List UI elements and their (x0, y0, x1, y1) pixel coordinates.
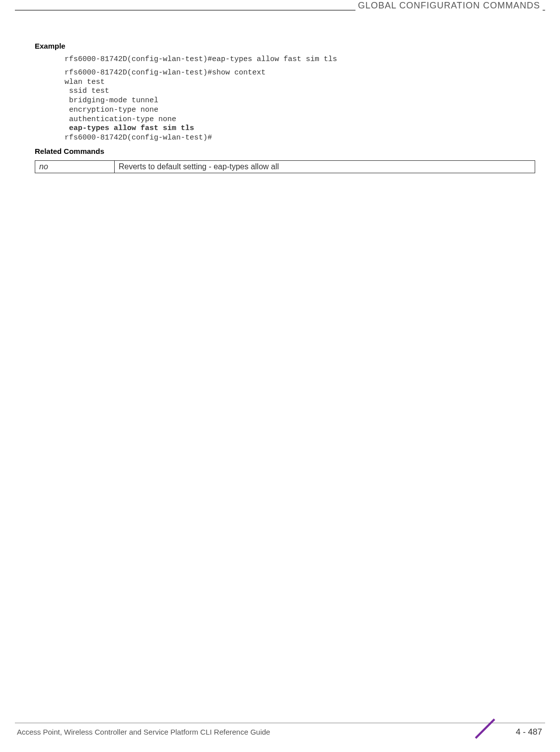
content-area: Example rfs6000-81742D(config-wlan-test)… (35, 40, 535, 173)
related-commands-table: no Reverts to default setting - eap-type… (35, 160, 535, 173)
page-footer: Access Point, Wireless Controller and Se… (15, 723, 545, 738)
example-code-block-2: rfs6000-81742D(config-wlan-test)#show co… (65, 68, 535, 143)
code-line: rfs6000-81742D(config-wlan-test)#eap-typ… (65, 55, 337, 64)
footer-rule (15, 723, 545, 723)
code-line: authentication-type none (65, 115, 176, 124)
related-commands-heading: Related Commands (35, 147, 535, 155)
code-line: rfs6000-81742D(config-wlan-test)# (65, 134, 212, 142)
related-command-name: no (35, 160, 115, 173)
related-command-description: Reverts to default setting - eap-types a… (115, 160, 535, 173)
code-line: wlan test (65, 78, 105, 86)
example-heading: Example (35, 42, 535, 50)
svg-line-0 (476, 719, 494, 738)
running-header-title: GLOBAL CONFIGURATION COMMANDS (355, 0, 543, 11)
code-line-bold: eap-types allow fast sim tls (65, 124, 194, 133)
footer-slash-icon (471, 718, 500, 739)
table-row: no Reverts to default setting - eap-type… (35, 160, 535, 173)
code-line: rfs6000-81742D(config-wlan-test)#show co… (65, 68, 266, 77)
code-line: ssid test (65, 87, 109, 95)
example-code-block-1: rfs6000-81742D(config-wlan-test)#eap-typ… (65, 55, 535, 65)
code-line: encryption-type none (65, 106, 158, 114)
page: GLOBAL CONFIGURATION COMMANDS Example rf… (0, 0, 560, 752)
footer-page-number: 4 - 487 (516, 727, 542, 737)
code-line: bridging-mode tunnel (65, 96, 158, 105)
footer-doc-title: Access Point, Wireless Controller and Se… (17, 728, 270, 736)
